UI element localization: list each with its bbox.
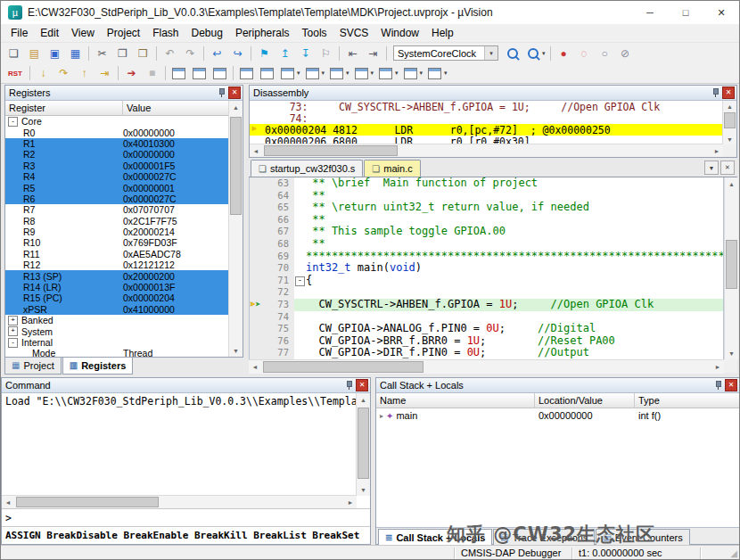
vertical-scrollbar[interactable]: ▲ ▼ bbox=[228, 101, 243, 357]
register-row[interactable]: R00x00000000 bbox=[5, 127, 229, 137]
enable-breakpoints-icon[interactable]: ⊘ bbox=[616, 45, 635, 62]
menu-svcs[interactable]: SVCS bbox=[333, 26, 375, 40]
register-row[interactable]: R14 (LR)0x0000013F bbox=[5, 282, 229, 292]
cut-icon[interactable]: ✂ bbox=[93, 45, 111, 62]
system-core-clock-combo[interactable]: SystemCoreClock▾ bbox=[393, 45, 498, 61]
callstack-row[interactable]: ▸✦main0x00000000int f() bbox=[376, 408, 739, 423]
scrollbar-thumb[interactable] bbox=[726, 240, 737, 289]
column-name[interactable]: Name bbox=[376, 393, 535, 408]
register-row[interactable]: -Core bbox=[5, 116, 229, 127]
trace-dropdown-arrow[interactable]: ▾ bbox=[395, 70, 399, 77]
minimize-button[interactable]: ─ bbox=[632, 1, 668, 24]
memory-dropdown-arrow[interactable]: ▾ bbox=[322, 70, 325, 77]
editor-line[interactable]: 66 ** bbox=[250, 214, 723, 226]
editor-line[interactable]: 68 ** bbox=[250, 238, 723, 251]
scroll-right-arrow[interactable]: ► bbox=[711, 144, 723, 157]
indent-right-icon[interactable]: ⇥ bbox=[364, 45, 382, 62]
resize-grip[interactable]: ◢ bbox=[730, 548, 737, 558]
register-row[interactable]: R30x000001F5 bbox=[5, 161, 229, 171]
scroll-left-arrow[interactable]: ◄ bbox=[249, 360, 261, 374]
disassembly-line[interactable]: 73: CW_SYSCTRL->AHBEN_f.GPIOA = 1U; //Op… bbox=[250, 101, 723, 112]
pin-icon[interactable] bbox=[345, 380, 353, 391]
menu-view[interactable]: View bbox=[65, 26, 101, 40]
menu-debug[interactable]: Debug bbox=[185, 26, 229, 40]
scrollbar-thumb[interactable] bbox=[263, 361, 423, 373]
navigate-forward-icon[interactable]: ↪ bbox=[228, 45, 247, 62]
horizontal-scrollbar[interactable]: ◄ ► bbox=[249, 359, 724, 374]
pin-icon[interactable] bbox=[714, 380, 722, 391]
bookmark-prev-icon[interactable]: ↥ bbox=[275, 45, 294, 62]
vertical-scrollbar[interactable]: ▲ ▼ bbox=[356, 393, 370, 496]
trace-window-icon[interactable] bbox=[376, 65, 395, 82]
close-icon[interactable]: ✕ bbox=[228, 86, 241, 99]
close-icon[interactable]: ✕ bbox=[356, 379, 368, 391]
callstack-window-icon[interactable] bbox=[258, 65, 276, 82]
editor-line[interactable]: 75 CW_GPIOA->ANALOG_f.PIN0 = 0U; //Digit… bbox=[250, 323, 723, 335]
search-icon[interactable] bbox=[523, 45, 542, 62]
pin-icon[interactable] bbox=[218, 87, 226, 98]
register-row[interactable]: R50x00000001 bbox=[5, 182, 229, 193]
run-to-cursor-icon[interactable]: ⇥ bbox=[95, 65, 114, 82]
scroll-right-arrow[interactable]: ► bbox=[711, 360, 724, 374]
menu-peripherals[interactable]: Peripherals bbox=[229, 26, 296, 40]
paste-icon[interactable]: ❒ bbox=[134, 45, 152, 62]
kill-breakpoints-icon[interactable]: ○ bbox=[596, 45, 614, 62]
register-row[interactable]: R110xAE5ADC78 bbox=[5, 249, 229, 259]
tree-expander-icon[interactable]: - bbox=[8, 338, 18, 348]
serial-dropdown-arrow[interactable]: ▾ bbox=[346, 70, 349, 77]
column-register[interactable]: Register bbox=[5, 101, 123, 115]
redo-icon[interactable]: ↷ bbox=[181, 45, 200, 62]
editor-line[interactable]: 76 CW_GPIOA->BRR_f.BRR0 = 1U; //Reset PA… bbox=[250, 335, 723, 348]
tab-main-c[interactable]: ❏main.c bbox=[364, 160, 420, 177]
scroll-left-arrow[interactable]: ◄ bbox=[2, 496, 14, 508]
save-all-icon[interactable]: ▦ bbox=[66, 45, 85, 62]
command-input-line[interactable]: > bbox=[2, 508, 370, 526]
disassembly-line[interactable]: ➤0x00000204 4812 LDR r0,[pc,#72] ; @0x00… bbox=[250, 124, 723, 136]
disassembly-line[interactable]: 74: bbox=[250, 112, 723, 124]
vertical-scrollbar[interactable]: ▲ ▼ bbox=[722, 101, 736, 144]
scroll-up-arrow[interactable]: ▲ bbox=[723, 101, 736, 111]
open-file-icon[interactable]: ▤ bbox=[25, 45, 44, 62]
watch-dropdown-arrow[interactable]: ▾ bbox=[297, 70, 300, 77]
close-icon[interactable]: ✕ bbox=[722, 86, 735, 99]
scroll-up-arrow[interactable]: ▲ bbox=[725, 177, 738, 190]
bookmark-clear-icon[interactable]: ⚐ bbox=[317, 45, 335, 62]
editor-line[interactable]: 72 bbox=[250, 286, 723, 299]
menu-project[interactable]: Project bbox=[101, 26, 146, 40]
maximize-button[interactable]: □ bbox=[668, 1, 703, 24]
navigate-back-icon[interactable]: ↩ bbox=[208, 45, 226, 62]
pin-icon[interactable] bbox=[711, 87, 719, 98]
register-row[interactable]: R60x0000027C bbox=[5, 194, 229, 204]
scrollbar-thumb[interactable] bbox=[724, 112, 736, 128]
memory-window-icon[interactable] bbox=[303, 65, 322, 82]
register-row[interactable]: R120x12121212 bbox=[5, 259, 229, 270]
menu-file[interactable]: File bbox=[4, 26, 34, 40]
register-row[interactable]: R90x20000214 bbox=[5, 226, 229, 237]
tab-registers[interactable]: ▥Registers bbox=[62, 358, 134, 375]
scroll-right-arrow[interactable]: ► bbox=[344, 496, 357, 508]
editor-line[interactable]: 64 ** bbox=[250, 190, 723, 202]
register-row[interactable]: R10x40010300 bbox=[5, 138, 229, 149]
editor-line[interactable]: 77 CW_GPIOA->DIR_f.PIN0 = 0U; //Output bbox=[250, 347, 723, 359]
bookmark-toggle-icon[interactable]: ⚑ bbox=[255, 45, 274, 62]
scrollbar-thumb[interactable] bbox=[16, 497, 159, 507]
register-row[interactable]: -Internal bbox=[5, 337, 229, 348]
scroll-up-arrow[interactable]: ▲ bbox=[229, 101, 243, 113]
new-file-icon[interactable]: ❏ bbox=[4, 45, 23, 62]
scroll-down-arrow[interactable]: ▼ bbox=[357, 483, 370, 496]
registers-window-icon[interactable] bbox=[237, 65, 256, 82]
analysis-window-icon[interactable] bbox=[352, 65, 371, 82]
find-in-files-icon[interactable] bbox=[503, 45, 522, 62]
register-row[interactable]: xPSR0x41000000 bbox=[5, 304, 229, 315]
serial-window-icon[interactable] bbox=[327, 65, 346, 82]
register-row[interactable]: +System bbox=[5, 325, 229, 336]
code-editor[interactable]: 63 ** \brief Main function of project64 … bbox=[249, 177, 724, 359]
editor-line[interactable]: 67 ** This sample toggle GPIOA.00 bbox=[250, 226, 723, 238]
horizontal-scrollbar[interactable]: ◄ ► bbox=[250, 144, 723, 157]
register-row[interactable]: R13 (SP)0x20000200 bbox=[5, 270, 229, 281]
disassembly-window-icon[interactable] bbox=[190, 65, 209, 82]
tree-expander-icon[interactable]: - bbox=[8, 117, 18, 127]
tree-expander-icon[interactable]: + bbox=[8, 316, 18, 325]
register-row[interactable]: R20x00000000 bbox=[5, 149, 229, 160]
scroll-down-arrow[interactable]: ▼ bbox=[723, 134, 736, 144]
